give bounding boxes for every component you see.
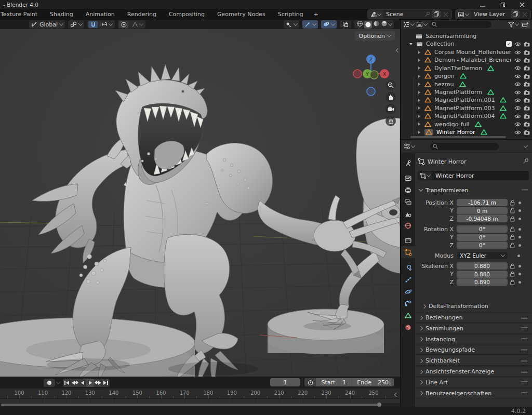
disable-in-renders-icon[interactable]	[524, 65, 530, 71]
properties-tab-output[interactable]	[401, 184, 415, 196]
scrollbar-knob[interactable]	[377, 403, 381, 407]
timeline-collapse-arrow[interactable]	[395, 391, 398, 398]
pin-scene-icon[interactable]	[423, 11, 431, 18]
toggle-perspective-button[interactable]	[385, 116, 396, 126]
panel-grip-icon[interactable]	[521, 380, 527, 384]
expand-arrow-icon[interactable]	[418, 99, 420, 102]
properties-editor-type-dropdown[interactable]	[404, 143, 415, 150]
close-button[interactable]	[512, 0, 532, 9]
animate-dot[interactable]	[518, 281, 521, 284]
object-name[interactable]: Winter Horror	[436, 129, 475, 136]
properties-tab-render[interactable]	[401, 172, 415, 184]
panel-grip-icon[interactable]	[521, 370, 527, 374]
display-mode-dropdown[interactable]	[416, 21, 427, 28]
object-name-input[interactable]: Winter Horror	[432, 171, 529, 180]
value-field[interactable]: 0 m	[457, 207, 508, 215]
lock-icon[interactable]	[510, 271, 515, 277]
workspace-tab-rendering[interactable]: Rendering	[121, 9, 163, 19]
lock-icon[interactable]	[510, 208, 515, 213]
properties-tab-physics[interactable]	[401, 286, 415, 298]
3d-viewport[interactable]: Optionen Z X Y	[0, 29, 400, 377]
timeline-ruler[interactable]: 1001101201301401501601701801902002102202…	[0, 389, 400, 398]
outliner-row[interactable]: DylanTheDemon	[401, 64, 532, 72]
collapse-arrow-icon[interactable]	[409, 43, 413, 45]
object-name[interactable]: Demon - Malakbel_Brennendes Sk	[434, 57, 511, 63]
panel-grip-icon[interactable]	[522, 188, 528, 192]
expand-arrow-icon[interactable]	[418, 131, 420, 134]
shading-solid-button[interactable]	[364, 21, 372, 29]
properties-tab-material[interactable]	[401, 322, 415, 333]
lock-icon[interactable]	[510, 243, 515, 248]
workspace-tab-texture-paint[interactable]: Texture Paint	[0, 9, 44, 19]
properties-tab-scene[interactable]	[401, 208, 415, 220]
hide-in-viewport-icon[interactable]	[514, 98, 521, 103]
scene-name[interactable]: Scene	[383, 11, 423, 18]
hide-in-viewport-icon[interactable]	[514, 58, 521, 63]
expand-arrow-icon[interactable]	[418, 123, 420, 126]
expand-arrow-icon[interactable]	[418, 83, 420, 86]
animate-dot[interactable]	[518, 244, 521, 247]
workspace-tab-scripting[interactable]: Scripting	[272, 9, 310, 19]
show-gizmo-toggle[interactable]	[302, 20, 318, 29]
hide-in-viewport-icon[interactable]	[514, 42, 521, 47]
add-workspace-button[interactable]: +	[310, 9, 323, 19]
panel-sichtbarkeit[interactable]: Sichtbarkeit	[415, 356, 531, 366]
hide-in-viewport-icon[interactable]	[514, 130, 521, 135]
previous-keyframe-button[interactable]	[71, 379, 78, 387]
expand-arrow-icon[interactable]	[418, 51, 420, 54]
play-button[interactable]	[86, 379, 94, 387]
transform-panel-header[interactable]: Transformieren	[415, 185, 532, 195]
hide-in-viewport-icon[interactable]	[514, 82, 521, 87]
outliner-row[interactable]: MagnetPlattform.004	[401, 112, 532, 120]
animate-dot[interactable]	[518, 265, 521, 267]
use-preview-range-button[interactable]	[304, 378, 316, 386]
shading-rendered-button[interactable]	[381, 20, 388, 29]
properties-tab-tool[interactable]	[401, 157, 415, 169]
outliner-row[interactable]: MagnetPlattform.001	[401, 96, 532, 104]
properties-tab-object-data[interactable]	[401, 310, 415, 322]
hide-in-viewport-icon[interactable]	[514, 90, 521, 95]
animate-dot[interactable]	[518, 209, 521, 212]
zoom-button[interactable]	[385, 80, 396, 90]
object-name[interactable]: gorgon	[434, 73, 455, 79]
sidebar-collapse-arrow[interactable]	[396, 47, 400, 53]
properties-tab-world[interactable]	[401, 220, 415, 232]
disable-in-renders-icon[interactable]	[524, 90, 530, 95]
disable-in-renders-icon[interactable]	[524, 114, 530, 119]
outliner-row[interactable]: MagnetPlattform.003	[401, 104, 532, 112]
properties-options-dropdown[interactable]	[524, 143, 527, 150]
pivot-point-dropdown[interactable]	[68, 20, 84, 29]
expand-arrow-icon[interactable]	[418, 66, 420, 70]
disable-in-renders-icon[interactable]	[524, 58, 530, 63]
shading-wireframe-button[interactable]	[356, 20, 363, 29]
expand-arrow-icon[interactable]	[418, 106, 420, 110]
editor-type-dropdown[interactable]	[403, 21, 414, 28]
animate-dot[interactable]	[518, 228, 521, 231]
lock-icon[interactable]	[510, 226, 515, 232]
object-name[interactable]: MagnetPlattform.003	[434, 105, 495, 112]
expand-arrow-icon[interactable]	[418, 75, 420, 78]
collection-label[interactable]: Collection	[426, 41, 454, 47]
object-name[interactable]: Corpse Mound_Höllenfeuer_Untot	[434, 49, 511, 56]
new-collection-button[interactable]	[521, 20, 530, 29]
new-view-layer-button[interactable]	[511, 10, 520, 18]
disable-in-renders-icon[interactable]	[524, 74, 530, 79]
panel-beziehungen[interactable]: Beziehungen	[415, 313, 531, 323]
panel-line-art[interactable]: Line Art	[415, 378, 531, 387]
expand-arrow-icon[interactable]	[418, 91, 420, 94]
breadcrumb-object-name[interactable]: Winter Horror	[428, 158, 467, 165]
outliner-row[interactable]: hezrou	[401, 81, 532, 88]
disable-in-renders-icon[interactable]	[524, 50, 530, 55]
value-field[interactable]: 0°	[457, 234, 508, 241]
value-field[interactable]: 0.880	[457, 271, 508, 278]
viewport-canvas[interactable]	[0, 29, 400, 377]
object-name[interactable]: MagnetPlattform.001	[434, 97, 495, 103]
object-name[interactable]: MagnetPlattform	[434, 89, 482, 96]
workspace-tab-shading[interactable]: Shading	[44, 9, 79, 19]
workspace-tab-animation[interactable]: Animation	[79, 9, 121, 19]
outliner-properties-splitter[interactable]	[401, 139, 532, 140]
expand-arrow-icon[interactable]	[418, 59, 420, 62]
unlink-scene-icon[interactable]	[442, 11, 449, 18]
workspace-tab-geometry-nodes[interactable]: Geometry Nodes	[211, 9, 272, 19]
outliner-row[interactable]: gorgon	[401, 72, 532, 80]
